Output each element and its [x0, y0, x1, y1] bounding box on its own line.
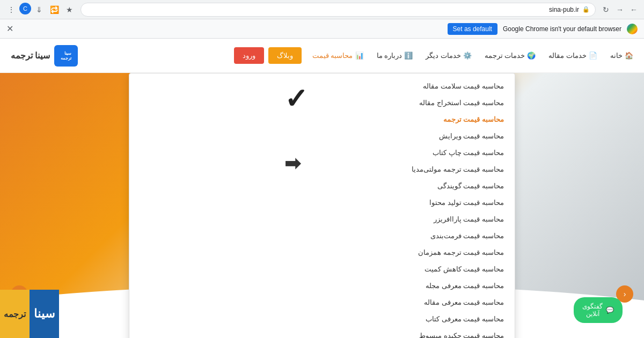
- dropdown-item-1[interactable]: محاسبه قیمت استخراج مقاله: [129, 94, 515, 111]
- notification-close-button[interactable]: ✕: [6, 24, 13, 34]
- dropdown-item-6[interactable]: محاسبه قیمت گویندگی: [129, 178, 515, 194]
- browser-action-buttons: ★ 🔁 ⇓ C ⋮: [4, 3, 76, 17]
- translation-icon: 🌍: [527, 52, 536, 60]
- sina-logo-gold: ترجمه: [0, 290, 30, 338]
- blog-button[interactable]: وبلاگ: [268, 47, 302, 64]
- dropdown-item-8[interactable]: محاسبه قیمت پاراافریزر: [129, 211, 515, 227]
- chat-online-button[interactable]: 💬 گفتگوی آنلاین: [574, 297, 623, 323]
- profile-icon[interactable]: C: [19, 3, 31, 14]
- article-icon: 📄: [589, 52, 597, 60]
- logo-image: سیناترجمه: [54, 45, 78, 67]
- back-button[interactable]: ←: [628, 4, 640, 16]
- dropdown-item-7[interactable]: محاسبه قیمت تولید محتوا: [129, 194, 515, 211]
- price-calc-dropdown: محاسبه قیمت سلامت مقاله محاسبه قیمت استخ…: [129, 73, 515, 338]
- other-icon: ⚙️: [463, 52, 472, 60]
- set-default-button[interactable]: Set as default: [448, 23, 497, 35]
- site-header: 🏠 خانه 📄 خدمات مقاله 🌍 خدمات ترجمه ⚙️ خد…: [0, 39, 644, 73]
- chat-icon: 💬: [606, 306, 614, 314]
- hero-section: محاسبه قیمت سلامت مقاله محاسبه قیمت استخ…: [0, 73, 644, 338]
- sina-logo-blue: سینا: [30, 290, 59, 338]
- dropdown-item-5[interactable]: محاسبه قیمت ترجمه مولتی‌مدیا: [129, 161, 515, 178]
- calc-icon: 📊: [355, 52, 364, 60]
- about-icon: ℹ️: [404, 52, 413, 60]
- forward-button[interactable]: →: [614, 4, 626, 16]
- dropdown-item-10[interactable]: محاسبه قیمت ترجمه همزمان: [129, 244, 515, 261]
- browser-toolbar: ← → ↻ 🔒 sina-pub.ir ★ 🔁 ⇓ C ⋮: [0, 0, 644, 19]
- browser-nav-controls: ← → ↻: [600, 4, 640, 16]
- nav-item-article-services[interactable]: 📄 خدمات مقاله: [548, 52, 597, 60]
- dropdown-item-0[interactable]: محاسبه قیمت سلامت مقاله: [129, 78, 515, 94]
- sina-logo-bottom-right: سینا ترجمه: [0, 290, 59, 338]
- home-icon: 🏠: [625, 52, 633, 60]
- download-icon[interactable]: ⇓: [32, 3, 46, 17]
- lock-icon: 🔒: [582, 6, 590, 13]
- arrow-annotation: ➡: [284, 152, 301, 175]
- sina-logo-inner: سینا ترجمه: [0, 290, 59, 338]
- nav-item-about[interactable]: ℹ️ درباره ما: [377, 52, 413, 60]
- nav-item-home[interactable]: 🏠 خانه: [610, 52, 633, 60]
- website-content: 🏠 خانه 📄 خدمات مقاله 🌍 خدمات ترجمه ⚙️ خد…: [0, 39, 644, 338]
- checkmark-annotation: ✓: [284, 85, 308, 113]
- dropdown-item-11[interactable]: محاسبه قیمت کاهش کمیت: [129, 261, 515, 277]
- dropdown-item-3[interactable]: محاسبه قیمت ویرایش: [129, 128, 515, 144]
- address-bar[interactable]: 🔒 sina-pub.ir: [80, 3, 596, 17]
- nav-item-price-calc[interactable]: 📊 محاسبه قیمت: [312, 52, 364, 60]
- dropdown-item-4[interactable]: محاسبه قیمت چاپ کتاب: [129, 144, 515, 161]
- dropdown-item-14[interactable]: محاسبه قیمت معرفی کتاب: [129, 311, 515, 327]
- nav-item-other-services[interactable]: ⚙️ خدمات دیگر: [426, 52, 472, 60]
- site-logo: سیناترجمه سینا ترجمه: [11, 45, 78, 67]
- logo-text: سینا ترجمه: [11, 50, 50, 61]
- bookmark-icon[interactable]: ★: [62, 3, 76, 17]
- default-browser-notification: Google Chrome isn't your default browser…: [0, 19, 644, 39]
- nav-menu: 🏠 خانه 📄 خدمات مقاله 🌍 خدمات ترجمه ⚙️ خد…: [312, 52, 633, 60]
- dropdown-item-15[interactable]: محاسبه قیمت چکیده مبسوط: [129, 327, 515, 338]
- translate-icon[interactable]: 🔁: [47, 3, 61, 17]
- dropdown-item-13[interactable]: محاسبه قیمت معرفی مقاله: [129, 294, 515, 311]
- dropdown-item-2[interactable]: محاسبه قیمت ترجمه: [129, 111, 515, 128]
- nav-item-translation-services[interactable]: 🌍 خدمات ترجمه: [485, 52, 536, 60]
- chrome-logo-icon: [627, 24, 638, 34]
- menu-icon[interactable]: ⋮: [4, 3, 18, 17]
- reload-button[interactable]: ↻: [600, 4, 612, 16]
- nav-actions: وبلاگ ورود: [234, 47, 302, 64]
- dropdown-item-9[interactable]: محاسبه قیمت فرمت‌بندی: [129, 227, 515, 244]
- url-text: sina-pub.ir: [549, 6, 579, 13]
- login-button[interactable]: ورود: [234, 47, 264, 64]
- chat-label: گفتگوی آنلاین: [582, 303, 603, 318]
- dropdown-item-12[interactable]: محاسبه قیمت معرفی مجله: [129, 277, 515, 294]
- notification-text: Google Chrome isn't your default browser: [503, 25, 621, 33]
